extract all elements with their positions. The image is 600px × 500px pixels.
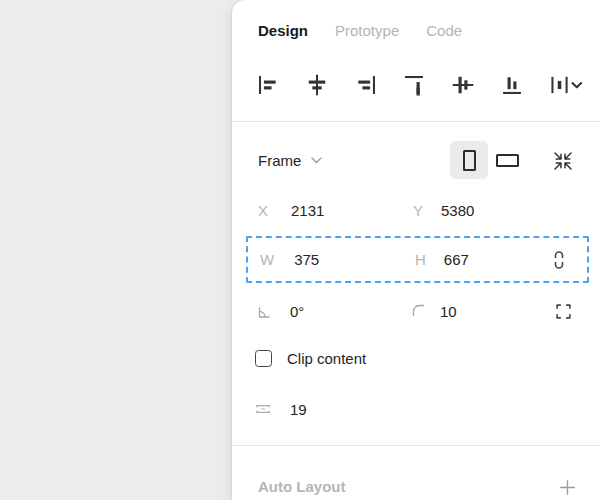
chevron-down-icon: [311, 157, 322, 164]
constrain-proportions-button[interactable]: [551, 249, 567, 271]
panel-tabs: Design Prototype Code: [258, 15, 462, 45]
collapse-arrows-icon: [551, 149, 575, 173]
add-auto-layout-button[interactable]: [555, 475, 579, 499]
properties-panel: Design Prototype Code: [232, 0, 600, 500]
corner-radius-icon: [411, 303, 427, 319]
orientation-portrait-button[interactable]: [450, 141, 488, 179]
height-value: 667: [444, 251, 469, 268]
align-right-icon[interactable]: [352, 71, 380, 99]
width-field[interactable]: W 375: [260, 238, 319, 281]
clip-content-row: Clip content: [255, 350, 366, 367]
tab-code[interactable]: Code: [426, 22, 462, 39]
portrait-icon: [463, 150, 476, 171]
corner-radius-field[interactable]: 10: [411, 296, 457, 326]
align-horizontal-centers-icon[interactable]: [303, 71, 331, 99]
frame-preset-dropdown[interactable]: Frame: [258, 138, 322, 182]
tab-design[interactable]: Design: [258, 22, 308, 39]
align-left-icon[interactable]: [254, 71, 282, 99]
rotation-value: 0°: [290, 303, 304, 320]
section-divider: [232, 121, 600, 122]
corner-brackets-icon: [555, 303, 572, 320]
rotation-field[interactable]: 0°: [256, 296, 304, 326]
resize-to-fit-button[interactable]: [550, 148, 576, 174]
y-position-field[interactable]: Y 5380: [413, 195, 474, 225]
auto-layout-title: Auto Layout: [258, 478, 346, 495]
plus-icon: [557, 477, 578, 498]
height-label: H: [415, 251, 426, 268]
x-value: 2131: [291, 202, 324, 219]
item-spacing-field[interactable]: 19: [254, 400, 307, 418]
tab-prototype[interactable]: Prototype: [335, 22, 399, 39]
independent-corners-button[interactable]: [554, 302, 572, 320]
landscape-icon: [496, 154, 519, 167]
rotation-angle-icon: [256, 303, 273, 320]
align-bottom-icon[interactable]: [498, 71, 526, 99]
dimensions-highlight-box: W 375 H 667: [246, 236, 589, 283]
y-label: Y: [413, 202, 423, 219]
width-label: W: [260, 251, 274, 268]
alignment-toolbar: [254, 63, 587, 107]
distribute-spacing-dropdown-icon[interactable]: [547, 71, 587, 99]
clip-content-label[interactable]: Clip content: [287, 350, 366, 367]
align-vertical-centers-icon[interactable]: [449, 71, 477, 99]
vertical-gap-icon: [254, 400, 272, 418]
x-position-field[interactable]: X 2131: [258, 195, 324, 225]
x-label: X: [258, 202, 268, 219]
clip-content-checkbox[interactable]: [255, 350, 272, 367]
item-spacing-value: 19: [290, 401, 307, 418]
unlinked-chain-icon: [551, 249, 567, 271]
y-value: 5380: [441, 202, 474, 219]
height-field[interactable]: H 667: [415, 238, 469, 281]
section-divider: [232, 445, 600, 446]
frame-preset-label: Frame: [258, 152, 301, 169]
corner-radius-value: 10: [440, 303, 457, 320]
orientation-landscape-button[interactable]: [488, 141, 526, 179]
align-top-icon[interactable]: [400, 71, 428, 99]
width-value: 375: [294, 251, 319, 268]
